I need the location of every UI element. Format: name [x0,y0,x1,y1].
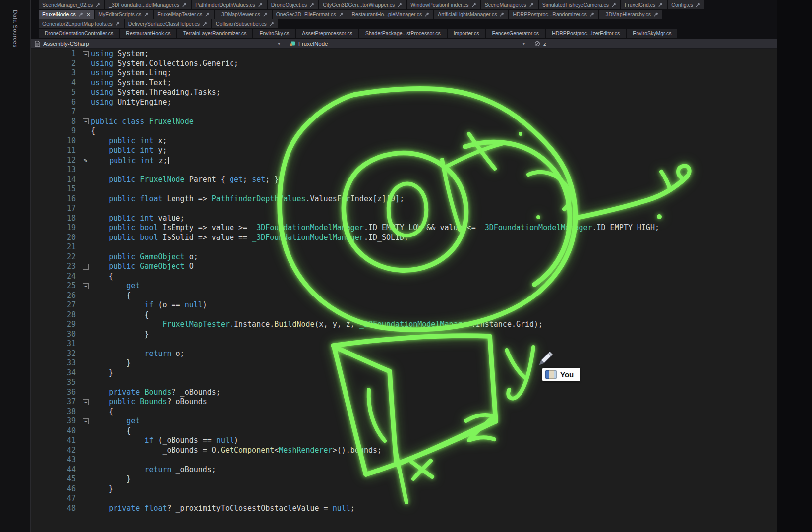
editor-tab-droneobject-cs[interactable]: DroneObject.cs [268,0,318,9]
pin-icon[interactable] [78,12,84,17]
code-text[interactable]: using System.Collections.Generic; [91,59,777,69]
code-text[interactable]: if (_oBounds == null) [91,436,777,446]
code-text[interactable]: using UnityEngine; [91,98,777,108]
pin-icon[interactable] [258,2,263,8]
code-text[interactable]: public FruxelNode Parent { get; set; } [91,175,777,185]
code-text[interactable]: public GameObject o; [91,252,777,262]
type-dropdown[interactable]: FruxelNode ▾ [285,39,529,48]
editor-tab-fruxelmaptester-cs[interactable]: FruxelMapTester.cs [154,10,214,19]
code-text[interactable]: public GameObject O [91,262,777,272]
pin-icon[interactable] [205,12,210,17]
fold-collapse-icon[interactable]: − [83,418,89,424]
code-text[interactable]: { [91,126,777,136]
code-text[interactable]: { [91,272,777,282]
code-text[interactable]: FruxelMapTester.Instance.BuildNode(x, y,… [91,320,777,330]
editor-tab-terrainlayerrandomizer-cs[interactable]: TerrainLayerRandomizer.cs [177,29,253,38]
code-text[interactable]: _oBounds = O.GetComponent<MeshRenderer>(… [91,446,777,456]
fold-collapse-icon[interactable]: − [83,399,89,405]
editor-tab-envirosky-cs[interactable]: EnviroSky.cs [253,29,295,38]
code-text[interactable]: public class FruxelNode [91,117,777,127]
code-text[interactable]: { [91,426,777,436]
code-text[interactable]: private float? _proximityToClosestObstac… [91,504,777,514]
editor-tab-hdrppostproc-izereditor-cs[interactable]: HDRPPostproc...izerEditor.cs [546,29,626,38]
editor-tab-citygen3dgen-torwrapper-cs[interactable]: CityGen3DGen...torWrapper.cs [319,0,406,9]
code-text[interactable]: } [91,330,777,340]
pin-icon[interactable] [696,2,701,8]
pin-icon[interactable] [182,2,187,8]
code-text[interactable] [91,107,777,117]
editor-tab-deliverysurfaceclasshelper-cs[interactable]: DeliverySurfaceClassHelper.cs [125,19,211,28]
pin-icon[interactable] [499,12,505,17]
pin-icon[interactable] [115,21,120,27]
fold-collapse-icon[interactable]: − [83,51,89,57]
editor-tab-simulatedfisheyecamera-cs[interactable]: SimulatedFisheyeCamera.cs [539,0,620,9]
member-dropdown[interactable]: z [529,39,777,48]
code-text[interactable]: } [91,474,777,484]
code-text[interactable]: } [91,368,777,378]
data-sources-tool-tab[interactable]: Data Sources [11,8,19,50]
editor-tab-collisionsubscriber-cs[interactable]: CollisionSubscriber.cs [212,19,278,28]
code-text[interactable]: using System.Threading.Tasks; [91,88,777,98]
code-text[interactable] [91,378,777,388]
fold-collapse-icon[interactable]: − [83,283,89,289]
code-text[interactable]: return o; [91,349,777,359]
editor-tab-onesec3d-fileformat-cs[interactable]: OneSec3D_FileFormat.cs [273,10,348,19]
code-text[interactable] [91,204,777,214]
project-dropdown[interactable]: Assembly-CSharp ▾ [31,39,285,48]
code-text[interactable]: private Bounds? _oBounds; [91,388,777,398]
code-text[interactable] [91,184,777,194]
code-text[interactable]: return _oBounds; [91,465,777,475]
pin-icon[interactable] [653,12,659,17]
pin-icon[interactable] [589,12,595,17]
editor-tab-artificiallightsmanager-cs[interactable]: ArtificialLightsManager.cs [434,10,508,19]
pin-icon[interactable] [263,12,268,17]
code-text[interactable] [91,455,777,465]
editor-tab-myeditorscripts-cs[interactable]: MyEditorScripts.cs [95,10,153,19]
pin-icon[interactable] [309,2,315,8]
code-text[interactable]: using System.Linq; [91,68,777,78]
code-text[interactable]: public int z; [91,156,777,165]
fold-collapse-icon[interactable]: − [83,118,89,124]
editor-tab-fruxelnode-cs[interactable]: FruxelNode.cs× [39,10,94,19]
code-text[interactable]: { [91,407,777,417]
editor-tab-assetpreprocessor-cs[interactable]: AssetPreprocessor.cs [296,29,358,38]
code-text[interactable]: public int x; [91,136,777,146]
fold-collapse-icon[interactable]: − [83,264,89,270]
code-text[interactable]: public int value; [91,214,777,224]
code-text[interactable] [91,165,777,175]
editor-tab-windowpositionfinder-cs[interactable]: WindowPositionFinder.cs [407,0,480,9]
code-text[interactable] [91,242,777,252]
pin-icon[interactable] [471,2,477,8]
code-text[interactable]: using System; [91,49,777,59]
editor-tab--3dmaphierarchy-cs[interactable]: _3DMapHierarchy.cs [599,10,662,19]
code-text[interactable]: public float Length => PathfinderDepthVa… [91,194,777,204]
editor-tab-hdrppostproc-randomizer-cs[interactable]: HDRPPostproc...Randomizer.cs [509,10,598,19]
pin-icon[interactable] [339,12,344,17]
code-text[interactable] [91,339,777,349]
pin-icon[interactable] [611,2,617,8]
editor-tab-restaurantho-plemanager-cs[interactable]: RestaurantHo...pleManager.cs [348,10,434,19]
code-text[interactable]: public bool IsEmpty => value >= _3DFound… [91,223,777,233]
code-text[interactable]: public bool IsSolid => value == _3DFound… [91,233,777,243]
code-text[interactable]: { [91,310,777,320]
pin-icon[interactable] [202,21,208,27]
editor-tab-restauranthook-cs[interactable]: RestaurantHook.cs [120,29,176,38]
pin-icon[interactable] [397,2,403,8]
editor-tab-droneorientationcontroller-cs[interactable]: DroneOrientationController.cs [39,29,119,38]
editor-tab-enviroskymgr-cs[interactable]: EnviroSkyMgr.cs [627,29,677,38]
pin-icon[interactable] [269,21,275,27]
pin-icon[interactable] [529,2,534,8]
editor-tab--3dfoundatio-delmanager-cs[interactable]: _3DFoundatio...delManager.cs [105,0,191,9]
code-text[interactable]: } [91,484,777,494]
pin-icon[interactable] [424,12,430,17]
code-text[interactable]: } [91,358,777,368]
code-text[interactable]: { [91,291,777,301]
editor-tab-shaderpackage-stprocessor-cs[interactable]: ShaderPackage...stProcessor.cs [359,29,447,38]
code-text[interactable]: get [91,281,777,291]
code-text[interactable]: public Bounds? oBounds [91,397,777,407]
pin-icon[interactable] [658,2,663,8]
pin-icon[interactable] [144,12,149,17]
editor-tab-importer-cs[interactable]: Importer.cs [448,29,485,38]
editor-tab-generator2exportmaptools-cs[interactable]: Generator2ExportMapTools.cs [39,19,124,28]
editor-tab-fruxelgrid-cs[interactable]: FruxelGrid.cs [621,0,667,9]
